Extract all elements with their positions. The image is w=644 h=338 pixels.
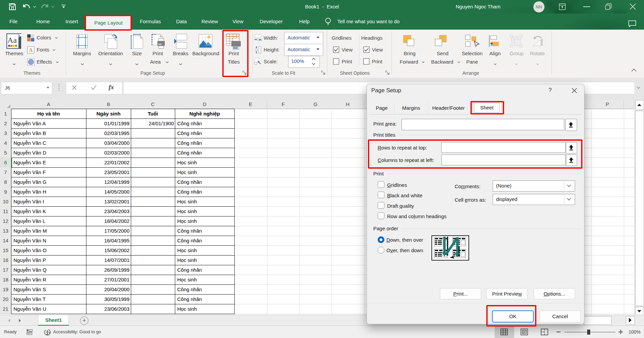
svg-text:A: A: [29, 47, 33, 53]
svg-text:Aa: Aa: [7, 36, 17, 44]
